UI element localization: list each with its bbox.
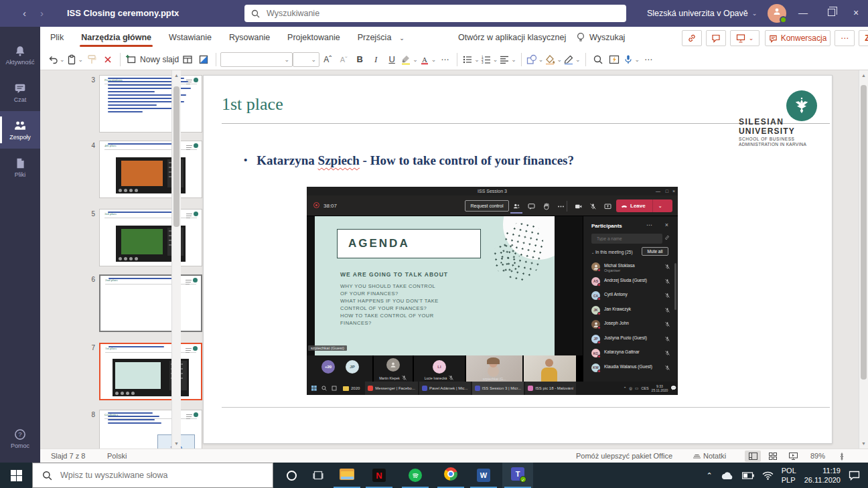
bullets-button[interactable]: ⌄ xyxy=(462,52,480,68)
sidebar-item-activity[interactable]: Aktywność xyxy=(0,36,40,74)
tab-projektowanie[interactable]: Projektowanie xyxy=(287,33,340,42)
teams-search-box[interactable] xyxy=(244,5,626,22)
hidden-icons-chevron[interactable]: ⌃ xyxy=(707,471,713,480)
sidebar-item-chat[interactable]: Czat xyxy=(0,74,40,111)
keyboard-language[interactable]: POLPLP xyxy=(782,466,796,485)
shapes-button[interactable]: ⌄ xyxy=(526,52,544,68)
back-icon[interactable]: ‹ xyxy=(23,7,26,19)
tab-wstawianie[interactable]: Wstawianie xyxy=(169,33,212,42)
design-button[interactable] xyxy=(196,52,211,68)
dictate-button[interactable]: ⌄ xyxy=(623,52,640,68)
zoom-button[interactable] xyxy=(591,52,605,68)
thumbnail-scrollbar[interactable]: ▲ ▼ xyxy=(171,70,181,449)
tab-rysowanie[interactable]: Rysowanie xyxy=(229,33,270,42)
tab-plik[interactable]: Plik xyxy=(50,33,64,42)
start-button[interactable] xyxy=(0,463,32,488)
sidebar-item-help[interactable]: ?Pomoc xyxy=(0,420,40,457)
taskbar-search-input[interactable] xyxy=(59,470,246,481)
word-taskbar-button[interactable]: W xyxy=(468,463,499,488)
grow-font-button[interactable]: Aˆ xyxy=(320,52,335,68)
slide-title[interactable]: 1st place xyxy=(222,94,283,114)
view-normal-button[interactable] xyxy=(745,451,761,462)
mini-content xyxy=(121,229,163,254)
search-icon xyxy=(251,9,260,18)
outline-button[interactable]: ⌄ xyxy=(563,52,581,68)
slide-thumbnail-8[interactable]: Graduates1000 xyxy=(99,410,202,449)
minimize-button[interactable]: — xyxy=(798,7,808,18)
font-family-select[interactable]: ⌄ xyxy=(220,52,293,67)
mini-content xyxy=(121,161,163,186)
sidebar-item-teams[interactable]: Zespoły xyxy=(0,111,40,149)
align-button[interactable]: ⌄ xyxy=(499,52,516,68)
view-grid-button[interactable] xyxy=(765,451,781,462)
more-options-button[interactable]: ⋯ xyxy=(835,30,855,46)
font-color-button[interactable]: A⌄ xyxy=(419,52,437,68)
copy-link-button[interactable] xyxy=(682,30,702,46)
tell-me-search[interactable]: Wyszukaj xyxy=(589,33,625,42)
ribbon-tabs-chevron-icon[interactable]: ⌄ xyxy=(399,35,405,44)
restore-button[interactable] xyxy=(828,9,835,16)
more-commands-button[interactable]: ⋯ xyxy=(437,52,452,68)
font-size-select[interactable]: ⌄ xyxy=(293,52,319,67)
more-commands-button[interactable]: ⋯ xyxy=(641,52,656,68)
clock[interactable]: 11:1926.11.2020 xyxy=(804,466,841,485)
numbering-button[interactable]: 123⌄ xyxy=(481,52,498,68)
zoom-level[interactable]: 89% xyxy=(810,452,825,460)
canvas-scrollbar[interactable]: ▲ ▼ xyxy=(859,70,868,449)
new-slide-button[interactable]: Nowy slajd xyxy=(125,52,179,68)
forward-icon[interactable]: › xyxy=(40,7,44,19)
logo-line xyxy=(186,352,190,353)
language-indicator[interactable]: Polski xyxy=(107,452,127,460)
open-in-desktop-link[interactable]: Otwórz w aplikacji klasycznej xyxy=(458,33,566,42)
battery-icon[interactable] xyxy=(742,472,754,479)
teams-app-taskbar-button[interactable]: T✓ xyxy=(502,463,533,488)
close-button[interactable]: × xyxy=(853,7,859,18)
file-explorer-taskbar-button[interactable] xyxy=(332,463,362,488)
thumbnail-number: 6 xyxy=(84,276,95,283)
sidebar-item-files[interactable]: Pliki xyxy=(0,149,40,186)
bold-button[interactable]: B xyxy=(352,52,367,68)
taskbar-search-box[interactable] xyxy=(32,463,273,488)
delete-button[interactable] xyxy=(100,52,115,68)
underline-button[interactable]: U xyxy=(384,52,399,68)
format-painter-button[interactable] xyxy=(84,52,99,68)
comments-button[interactable] xyxy=(706,30,726,46)
close-document-button[interactable]: Zamknij xyxy=(859,30,868,46)
slide-bullet-text[interactable]: •Katarzyna Szpiech - How to take control… xyxy=(244,153,574,168)
task-view-button[interactable] xyxy=(303,463,334,488)
spotify-taskbar-button[interactable] xyxy=(400,463,431,488)
feedback-link[interactable]: Pomóż ulepszyć pakiet Office xyxy=(576,452,672,460)
onedrive-icon[interactable] xyxy=(721,471,734,480)
slide-thumbnail-7[interactable]: 1st place xyxy=(99,343,202,400)
present-button[interactable]: ⌄ xyxy=(730,30,760,46)
slide-thumbnail-6[interactable]: 2nd place xyxy=(99,274,202,332)
embedded-meeting-screenshot[interactable]: ISS Session 3 — □ × 38:07 Request contro… xyxy=(307,187,678,395)
fill-button[interactable]: ⌄ xyxy=(545,52,562,68)
slide-thumbnail-4[interactable]: 4th place xyxy=(99,141,202,198)
org-switcher[interactable]: Slezská univerzita v Opavě ⌄ xyxy=(647,9,757,18)
paste-button[interactable]: ⌄ xyxy=(66,52,84,68)
bell-icon xyxy=(14,45,26,57)
layout-button[interactable] xyxy=(180,52,195,68)
action-center-icon[interactable] xyxy=(849,471,860,481)
tab-przej-cia[interactable]: Przejścia xyxy=(358,33,392,42)
italic-button[interactable]: I xyxy=(368,52,383,68)
wifi-icon[interactable] xyxy=(762,471,774,480)
highlighter-button[interactable]: ⌄ xyxy=(401,52,418,68)
slide-thumbnail-5[interactable]: 3rd place xyxy=(99,209,202,266)
participant-row: KGKatarzyna Gattnar xyxy=(583,347,678,361)
conversation-button[interactable]: Konwersacja xyxy=(765,30,830,46)
avatar[interactable] xyxy=(768,4,786,23)
fit-to-window-button[interactable] xyxy=(834,451,850,462)
netflix-taskbar-button[interactable]: N xyxy=(364,463,394,488)
notes-toggle[interactable]: Notatki xyxy=(703,452,726,460)
tab-narz-dzia-g-wne[interactable]: Narzędzia główne xyxy=(81,33,151,42)
mini-avatar xyxy=(131,392,135,395)
shrink-font-button[interactable]: Aˇ xyxy=(336,52,351,68)
teams-search-input[interactable] xyxy=(265,8,620,19)
undo-button[interactable]: ⌄ xyxy=(48,52,65,68)
designer-button[interactable] xyxy=(607,52,622,68)
chrome-taskbar-button[interactable] xyxy=(435,463,466,488)
slideshow-button[interactable] xyxy=(785,451,801,462)
slide-thumbnail-3[interactable]: Presentations xyxy=(99,75,202,133)
